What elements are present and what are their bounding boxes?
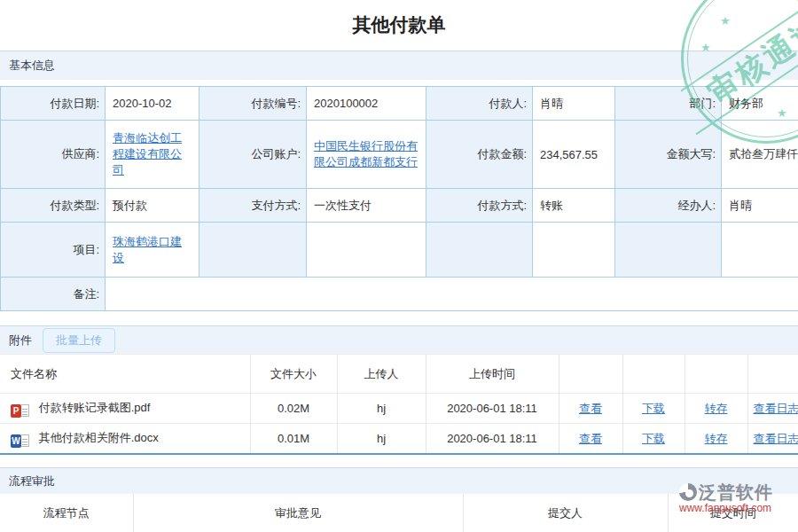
payment-no-value: 2020100002 [307,87,426,121]
file-row: P 付款转账记录截图.pdf 0.02M hj 2020-06-01 18:11… [0,394,798,424]
file-upload-time: 2020-06-01 18:11 [426,394,559,424]
pay-method-value: 一次性支付 [307,189,426,223]
empty-value-cell [307,223,426,278]
amount-words-label: 金额大写: [615,121,722,189]
department-label: 部门: [615,87,722,121]
download-link[interactable]: 下载 [642,402,665,415]
batch-upload-button[interactable]: 批量上传 [43,328,115,353]
view-log-link[interactable]: 查看日志 [754,432,798,445]
col-action-empty [685,355,747,394]
department-value: 财务部 [722,87,798,121]
empty-value-cell [533,223,615,278]
word-file-icon: W [11,434,29,448]
project-label: 项目: [1,223,106,278]
payment-date-value: 2020-10-02 [106,87,200,121]
basic-info-table: 付款日期: 2020-10-02 付款编号: 2020100002 付款人: 肖… [0,86,798,311]
col-action-empty [559,355,622,394]
handler-value: 肖晴 [722,189,798,223]
page-title: 其他付款单 [0,0,798,41]
file-size: 0.01M [250,424,337,455]
download-link[interactable]: 下载 [642,432,665,445]
amount-words-value: 贰拾叁万肆仟 [722,121,798,189]
section-attachments-title: 附件 [9,332,32,348]
file-uploader: hj [337,394,426,424]
table-row: 付款日期: 2020-10-02 付款编号: 2020100002 付款人: 肖… [1,87,798,121]
transfer-link[interactable]: 转存 [705,432,728,445]
fanpu-logo-icon [679,483,697,501]
col-flow-node: 流程节点 [0,494,133,532]
pay-method-label: 支付方式: [200,189,307,223]
workflow-header-row: 流程节点 审批意见 提交人 提交时间 [0,494,798,532]
amount-value: 234,567.55 [533,121,615,189]
payment-mode-value: 转账 [533,189,615,223]
file-row: W 其他付款相关附件.docx 0.01M hj 2020-06-01 18:1… [0,424,798,455]
payment-mode-label: 付款方式: [426,189,533,223]
company-account-label: 公司账户: [200,121,307,189]
project-link[interactable]: 珠海鹤港口建设 [113,235,182,264]
view-link[interactable]: 查看 [579,432,602,445]
table-row: 供应商: 青海临达创工程建设有限公司 公司账户: 中国民生银行股份有限公司成都新… [1,121,798,189]
file-upload-time: 2020-06-01 18:11 [426,424,559,455]
transfer-link[interactable]: 转存 [705,402,728,415]
payment-date-label: 付款日期: [1,87,106,121]
pdf-file-icon: P [11,404,29,418]
empty-label-cell [426,223,533,278]
section-workflow-bar: 流程审批 [0,467,798,494]
handler-label: 经办人: [615,189,722,223]
payer-label: 付款人: [426,87,533,121]
payment-type-value: 预付款 [106,189,200,223]
vendor-watermark: 泛普软件 www.fanpusoft.com [679,483,773,513]
table-row: 项目: 珠海鹤港口建设 [1,223,798,278]
col-upload-time: 上传时间 [426,355,559,394]
col-file-size: 文件大小 [250,355,337,394]
attachments-table: 文件名称 文件大小 上传人 上传时间 P 付款转账记录截图.pdf 0.02M … [0,354,798,455]
col-approval-opinion: 审批意见 [133,494,463,532]
file-uploader: hj [337,424,426,455]
empty-label-cell [615,223,722,278]
remark-value [106,278,798,311]
col-file-name: 文件名称 [0,355,250,394]
attachments-header-row: 文件名称 文件大小 上传人 上传时间 [0,355,798,394]
col-submitter: 提交人 [463,494,668,532]
payment-type-label: 付款类型: [1,189,106,223]
amount-label: 付款金额: [426,121,533,189]
workflow-table: 流程节点 审批意见 提交人 提交时间 [0,494,798,532]
col-action-empty [747,355,798,394]
view-log-link[interactable]: 查看日志 [754,402,798,415]
file-name: 其他付款相关附件.docx [39,431,159,444]
company-account-link[interactable]: 中国民生银行股份有限公司成都新都支行 [314,139,418,168]
col-action-empty [622,355,685,394]
empty-label-cell [200,223,307,278]
payment-no-label: 付款编号: [200,87,307,121]
section-workflow-title: 流程审批 [9,473,55,489]
file-size: 0.02M [250,394,337,424]
watermark-url: www.fanpusoft.com [679,503,773,513]
supplier-label: 供应商: [1,121,106,189]
watermark-brand: 泛普软件 [699,483,773,501]
section-attachments-bar: 附件 批量上传 [0,325,798,354]
empty-value-cell [722,223,798,278]
payer-value: 肖晴 [533,87,615,121]
view-link[interactable]: 查看 [579,402,602,415]
col-uploader: 上传人 [337,355,426,394]
remark-label: 备注: [1,278,106,311]
table-row: 付款类型: 预付款 支付方式: 一次性支付 付款方式: 转账 经办人: 肖晴 [1,189,798,223]
table-row: 备注: [1,278,798,311]
supplier-link[interactable]: 青海临达创工程建设有限公司 [113,131,182,176]
section-basic-info-bar: 基本信息 [0,51,798,80]
file-name: 付款转账记录截图.pdf [39,401,151,414]
section-basic-info-title: 基本信息 [9,58,55,74]
